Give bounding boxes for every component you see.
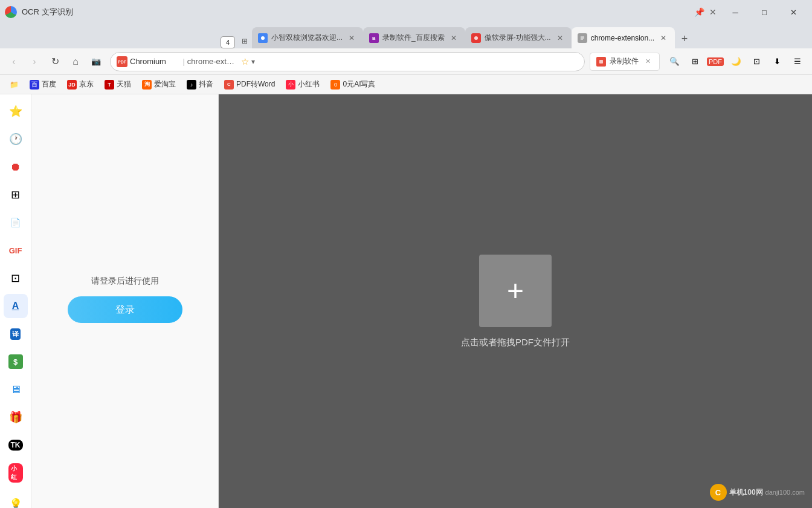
bookmark-ai[interactable]: 0 0元AI写真 [326, 77, 380, 92]
taobao-label: 爱淘宝 [154, 79, 176, 90]
bookmark-xhs[interactable]: 小 小红书 [281, 77, 324, 92]
tab-3[interactable]: 傲软录屏-功能强大... ✕ [465, 27, 572, 48]
tab-2[interactable]: B 录制软件_百度搜索 ✕ [363, 27, 465, 48]
record-search-field[interactable]: 录制软件 ✕ [590, 53, 660, 71]
sidebar-item-history[interactable]: 🕐 [4, 127, 28, 151]
address-url: chrome-extensio... [187, 57, 237, 66]
logo-danji-text: 单机100网 [729, 487, 763, 498]
sidebar-item-dollar[interactable]: $ [4, 350, 28, 374]
bookmark-tmall[interactable]: T 天猫 [100, 77, 136, 92]
jd-label: 京东 [79, 79, 94, 90]
tab-count-badge: 4 [221, 36, 235, 48]
crop-button[interactable]: ⊡ [747, 52, 766, 71]
sidebar-item-crop[interactable]: ⊡ [4, 266, 28, 290]
tab-1-label: 小智双核浏览器欢迎... [271, 33, 343, 43]
clear-search-button[interactable]: ✕ [642, 56, 653, 67]
login-prompt: 请登录后进行使用 [41, 276, 208, 287]
bottom-logo: C 单机100网 danji100.com [710, 484, 805, 501]
monitor-icon: 🖥 [8, 382, 23, 397]
pdf-sidebar-icon: 📄 [8, 215, 23, 230]
tmall-favicon: T [105, 80, 114, 90]
tab-4-close[interactable]: ✕ [658, 33, 669, 44]
pdf-icon: PDF [117, 56, 127, 67]
xhs-favicon: 小 [286, 80, 295, 90]
sidebar-item-gif[interactable]: GIF [4, 238, 28, 262]
bookmark-taobao[interactable]: 淘 爱淘宝 [137, 77, 181, 92]
bookmark-douyin[interactable]: ♪ 抖音 [182, 77, 218, 92]
logo-circle-text: C [715, 488, 721, 497]
snapshot-button[interactable]: 📷 [87, 53, 105, 71]
taobao-favicon: 淘 [142, 80, 152, 90]
ocr-icon: A [8, 299, 23, 313]
menu-icon: ☰ [794, 57, 801, 66]
logo-brand: 单机100网 [729, 487, 763, 498]
address-bar[interactable]: PDF Chromium | chrome-extensio... ☆ ▾ [110, 52, 585, 71]
douyin-label: 抖音 [199, 79, 213, 90]
title-bar: OCR 文字识别 📌 ✕ ─ □ ✕ [0, 0, 812, 24]
download-button[interactable]: ⬇ [767, 52, 787, 71]
address-brand: Chromium [130, 57, 180, 66]
night-mode-button[interactable]: 🌙 [726, 52, 746, 71]
tmall-label: 天猫 [117, 79, 131, 90]
sidebar-item-xhs[interactable]: 小红 [4, 461, 28, 485]
tab-3-close[interactable]: ✕ [555, 33, 566, 44]
sidebar-item-apps[interactable]: ⊞ [4, 183, 28, 207]
record-icon-sidebar: ⏺ [8, 160, 23, 174]
reload-button[interactable]: ↻ [46, 53, 64, 71]
sidebar-item-pdf[interactable]: 📄 [4, 210, 28, 235]
window-close-button[interactable]: ✕ [779, 0, 807, 24]
tab-list-button[interactable]: ⊞ [237, 34, 252, 48]
xhs-sidebar-icon: 小红 [8, 466, 23, 480]
forward-button[interactable]: › [25, 53, 44, 71]
upload-box[interactable]: + [479, 255, 552, 327]
bookmark-pdf-word[interactable]: C PDF转Word [219, 77, 280, 92]
apps-icon: ⊞ [8, 187, 23, 202]
bookmark-star-button[interactable]: ☆ [241, 56, 249, 67]
address-separator: | [182, 57, 184, 66]
svg-text:B: B [372, 36, 376, 41]
search-button[interactable]: 🔍 [665, 52, 684, 71]
address-dropdown-button[interactable]: ▾ [251, 57, 255, 66]
tab-2-favicon: B [369, 33, 379, 43]
pdf-toolbar-button[interactable]: PDF [706, 52, 725, 71]
gift-icon: 🎁 [8, 410, 23, 425]
svg-rect-10 [599, 60, 603, 63]
sidebar-item-ocr[interactable]: A [4, 294, 28, 318]
bookmark-folder-button[interactable]: 📁 [5, 77, 24, 92]
upload-plus-icon: + [507, 274, 524, 307]
pin-button[interactable]: 📌 [694, 7, 704, 17]
home-button[interactable]: ⌂ [66, 53, 85, 71]
sidebar-item-translate[interactable]: 译 [4, 322, 28, 346]
sidebar-item-light[interactable]: 💡 [4, 492, 28, 508]
tab-1-close[interactable]: ✕ [346, 33, 357, 44]
translate-icon: 译 [8, 327, 23, 341]
maximize-button[interactable]: □ [750, 0, 778, 24]
tab-2-close[interactable]: ✕ [448, 33, 459, 44]
minimize-button[interactable]: ─ [721, 0, 749, 24]
login-button[interactable]: 登录 [68, 296, 182, 323]
sidebar-item-monitor[interactable]: 🖥 [4, 377, 28, 402]
bookmark-jd[interactable]: JD 京东 [62, 77, 98, 92]
crop-sidebar-icon: ⊡ [8, 271, 23, 285]
sidebar-item-record[interactable]: ⏺ [4, 155, 28, 179]
tab-1[interactable]: 小智双核浏览器欢迎... ✕ [252, 27, 363, 48]
menu-button[interactable]: ☰ [788, 52, 807, 71]
svg-point-1 [261, 36, 265, 40]
close-panel-button[interactable]: ✕ [709, 7, 717, 17]
sidebar-item-gift[interactable]: 🎁 [4, 405, 28, 429]
apps-grid-button[interactable]: ⊞ [685, 52, 704, 71]
folder-icon: 📁 [10, 80, 19, 89]
record-icon [596, 57, 606, 67]
back-button[interactable]: ‹ [5, 53, 23, 71]
tab-4[interactable]: chrome-extension... ✕ [572, 27, 675, 48]
pdf-toolbar-icon: PDF [707, 57, 724, 66]
jd-favicon: JD [67, 80, 77, 90]
tab-1-favicon [258, 33, 268, 43]
new-tab-button[interactable]: + [675, 29, 694, 48]
sidebar: ⭐ 🕐 ⏺ ⊞ 📄 GIF ⊡ A [0, 94, 31, 508]
browser-window: OCR 文字识别 📌 ✕ ─ □ ✕ 4 ⊞ 小智双核浏览器欢迎... ✕ B … [0, 0, 812, 508]
right-toolbar: 🔍 ⊞ PDF 🌙 ⊡ ⬇ ☰ [665, 52, 807, 71]
sidebar-item-star[interactable]: ⭐ [4, 99, 28, 123]
bookmark-baidu[interactable]: 百 百度 [25, 77, 61, 92]
sidebar-item-tiktok[interactable]: TK [4, 433, 28, 457]
